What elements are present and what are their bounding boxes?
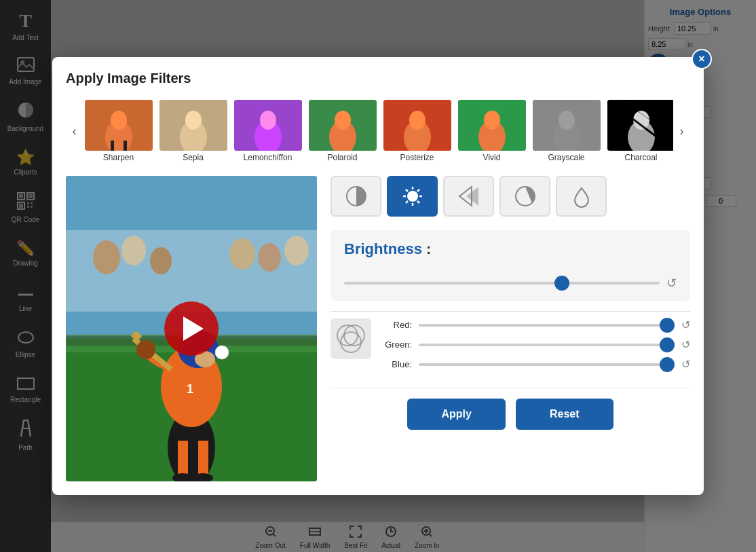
svg-rect-83 <box>178 441 188 478</box>
posterize-label: Posterize <box>400 153 434 162</box>
blue-reset-button[interactable]: ↺ <box>681 358 690 371</box>
svg-point-59 <box>484 111 500 130</box>
close-icon: × <box>698 53 704 65</box>
red-slider-row: Red: ↺ <box>381 318 690 331</box>
color-sliders: Red: ↺ Green: ↺ Blue: <box>381 318 690 371</box>
svg-point-93 <box>258 243 281 272</box>
filter-thumbnails-row: ‹ Sharpen <box>66 96 690 166</box>
filter-scroll-area: Sharpen Sepia <box>83 96 673 166</box>
filter-type-buttons <box>330 176 690 217</box>
brightness-section: Brightness : ↺ <box>330 230 690 301</box>
apply-button[interactable]: Apply <box>407 399 505 430</box>
brightness-reset-button[interactable]: ↺ <box>666 276 677 291</box>
green-reset-button[interactable]: ↺ <box>681 338 690 351</box>
blue-label: Blue: <box>381 359 412 369</box>
svg-point-47 <box>185 111 202 130</box>
color-circles-icon <box>330 318 371 359</box>
filter-polaroid[interactable]: Polaroid <box>307 100 378 162</box>
svg-point-91 <box>150 247 172 274</box>
brightness-colon: : <box>426 240 431 258</box>
svg-rect-44 <box>124 141 127 151</box>
filter-scroll-right-button[interactable]: › <box>673 123 690 140</box>
red-reset-button[interactable]: ↺ <box>681 318 690 331</box>
grayscale-label: Grayscale <box>548 153 584 162</box>
svg-line-103 <box>417 189 419 191</box>
color-adjustments-section: Red: ↺ Green: ↺ Blue: <box>330 311 690 378</box>
filter-posterize[interactable]: Posterize <box>381 100 453 162</box>
brightness-slider-row: ↺ <box>344 276 677 291</box>
blue-slider-row: Blue: ↺ <box>381 358 690 371</box>
filter-type-drop-button[interactable] <box>556 176 607 217</box>
sharpen-thumb <box>85 100 153 151</box>
reset-button[interactable]: Reset <box>516 399 613 430</box>
red-label: Red: <box>381 320 412 330</box>
svg-rect-84 <box>198 441 208 478</box>
filter-sharpen[interactable]: Sharpen <box>83 100 154 162</box>
svg-point-62 <box>559 111 575 130</box>
modal-overlay: × Apply Image Filters ‹ <box>0 0 756 552</box>
play-triangle-icon <box>183 316 204 341</box>
grayscale-thumb <box>533 100 601 151</box>
filter-type-blur-button[interactable] <box>443 176 494 217</box>
filter-sepia[interactable]: Sepia <box>157 100 229 162</box>
blue-slider[interactable] <box>419 363 675 366</box>
svg-text:1: 1 <box>187 382 193 396</box>
svg-point-96 <box>407 191 418 202</box>
vivid-thumb <box>458 100 526 151</box>
lemonchiffon-label: Lemonchiffon <box>244 153 292 162</box>
filter-grayscale[interactable]: Grayscale <box>531 100 602 162</box>
svg-line-101 <box>406 189 408 191</box>
apply-filters-modal: × Apply Image Filters ‹ <box>52 57 704 495</box>
green-label: Green: <box>381 339 412 350</box>
video-play-button[interactable] <box>164 301 219 356</box>
sepia-thumb <box>159 100 227 151</box>
svg-point-82 <box>215 346 229 359</box>
svg-point-53 <box>335 111 351 130</box>
svg-line-104 <box>406 201 408 203</box>
svg-line-102 <box>417 201 419 203</box>
posterize-thumb <box>383 100 451 151</box>
filter-lemonchiffon[interactable]: Lemonchiffon <box>232 100 303 162</box>
sepia-label: Sepia <box>183 153 204 162</box>
filter-scroll-left-button[interactable]: ‹ <box>66 123 83 140</box>
brightness-title: Brightness <box>344 240 422 258</box>
green-slider-row: Green: ↺ <box>381 338 690 351</box>
svg-rect-43 <box>111 141 114 151</box>
image-preview-area: 1 <box>66 176 317 481</box>
charcoal-thumb <box>607 100 674 151</box>
filter-type-brightness-button[interactable] <box>387 176 438 217</box>
vivid-label: Vivid <box>483 153 501 162</box>
filter-charcoal[interactable]: Charcoal <box>605 100 673 162</box>
svg-point-87 <box>136 340 155 359</box>
svg-point-42 <box>111 111 127 130</box>
modal-title: Apply Image Filters <box>66 71 690 86</box>
lemon-thumb <box>234 100 302 151</box>
svg-line-81 <box>134 333 139 339</box>
filter-vivid[interactable]: Vivid <box>456 100 527 162</box>
svg-point-90 <box>121 236 146 265</box>
svg-point-110 <box>341 332 361 352</box>
filter-type-contrast-button[interactable] <box>330 176 381 217</box>
sharpen-label: Sharpen <box>103 153 134 162</box>
svg-point-56 <box>409 111 426 130</box>
svg-point-94 <box>284 236 309 265</box>
modal-close-button[interactable]: × <box>692 49 712 69</box>
action-buttons: Apply Reset <box>330 388 690 430</box>
brightness-slider[interactable] <box>344 282 660 284</box>
svg-point-92 <box>229 238 255 270</box>
filter-type-opacity-button[interactable] <box>499 176 550 217</box>
svg-point-50 <box>260 111 276 130</box>
controls-panel: Brightness : ↺ <box>330 176 690 481</box>
red-slider[interactable] <box>419 324 675 327</box>
polaroid-label: Polaroid <box>327 153 357 162</box>
charcoal-label: Charcoal <box>624 153 657 162</box>
modal-main-content: 1 <box>66 176 690 481</box>
svg-point-89 <box>93 240 120 274</box>
polaroid-thumb <box>309 100 377 151</box>
green-slider[interactable] <box>419 344 675 346</box>
